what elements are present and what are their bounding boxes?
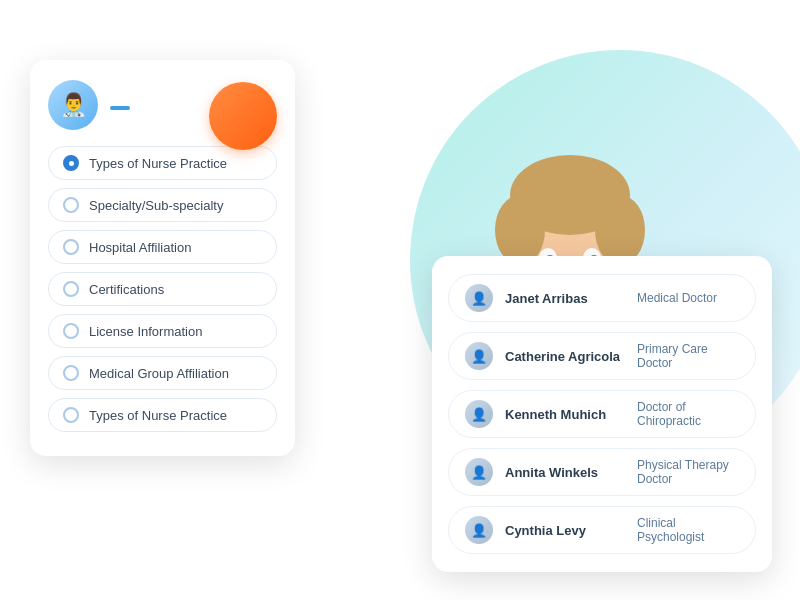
filter-label-license: License Information — [89, 324, 202, 339]
filter-item-hospital[interactable]: Hospital Affiliation — [48, 230, 277, 264]
filter-item-types-nurse-2[interactable]: Types of Nurse Practice — [48, 398, 277, 432]
filter-radio-certifications[interactable] — [63, 281, 79, 297]
result-item-3[interactable]: 👤Annita WinkelsPhysical Therapy Doctor — [448, 448, 756, 496]
filter-label-hospital: Hospital Affiliation — [89, 240, 191, 255]
filter-item-specialty[interactable]: Specialty/Sub-specialty — [48, 188, 277, 222]
filter-item-types-nurse[interactable]: Types of Nurse Practice — [48, 146, 277, 180]
result-avatar-1: 👤 — [465, 342, 493, 370]
result-name-1: Catherine Agricola — [505, 349, 625, 364]
result-item-1[interactable]: 👤Catherine AgricolaPrimary Care Doctor — [448, 332, 756, 380]
result-item-4[interactable]: 👤Cynthia LevyClinical Psychologist — [448, 506, 756, 554]
result-role-3: Physical Therapy Doctor — [637, 458, 739, 486]
result-list: 👤Janet ArribasMedical Doctor👤Catherine A… — [448, 274, 756, 554]
result-item-2[interactable]: 👤Kenneth MuhichDoctor of Chiropractic — [448, 390, 756, 438]
result-avatar-4: 👤 — [465, 516, 493, 544]
result-name-0: Janet Arribas — [505, 291, 625, 306]
card-header-text — [110, 96, 130, 114]
result-name-4: Cynthia Levy — [505, 523, 625, 538]
card-subtitle — [110, 106, 130, 110]
filter-radio-medical-group[interactable] — [63, 365, 79, 381]
result-role-1: Primary Care Doctor — [637, 342, 739, 370]
result-role-4: Clinical Psychologist — [637, 516, 739, 544]
avatar-circle: 👨‍⚕️ — [48, 80, 98, 130]
filter-list: Types of Nurse PracticeSpecialty/Sub-spe… — [48, 146, 277, 432]
left-card: 👨‍⚕️ Types of Nurse PracticeSpecialty/Su… — [30, 60, 295, 456]
result-avatar-3: 👤 — [465, 458, 493, 486]
filter-item-certifications[interactable]: Certifications — [48, 272, 277, 306]
result-role-0: Medical Doctor — [637, 291, 717, 305]
doctor-icon: 👨‍⚕️ — [60, 92, 87, 118]
filter-radio-types-nurse-2[interactable] — [63, 407, 79, 423]
filter-label-types-nurse: Types of Nurse Practice — [89, 156, 227, 171]
filter-radio-types-nurse[interactable] — [63, 155, 79, 171]
result-role-2: Doctor of Chiropractic — [637, 400, 739, 428]
result-avatar-2: 👤 — [465, 400, 493, 428]
result-name-3: Annita Winkels — [505, 465, 625, 480]
filter-item-license[interactable]: License Information — [48, 314, 277, 348]
records-badge — [209, 82, 277, 150]
filter-label-specialty: Specialty/Sub-specialty — [89, 198, 223, 213]
svg-point-7 — [595, 195, 645, 265]
filter-radio-specialty[interactable] — [63, 197, 79, 213]
result-name-2: Kenneth Muhich — [505, 407, 625, 422]
result-item-0[interactable]: 👤Janet ArribasMedical Doctor — [448, 274, 756, 322]
right-card: 👤Janet ArribasMedical Doctor👤Catherine A… — [432, 256, 772, 572]
filter-radio-license[interactable] — [63, 323, 79, 339]
filter-label-medical-group: Medical Group Affiliation — [89, 366, 229, 381]
filter-item-medical-group[interactable]: Medical Group Affiliation — [48, 356, 277, 390]
svg-point-6 — [495, 195, 545, 265]
filter-radio-hospital[interactable] — [63, 239, 79, 255]
filter-label-certifications: Certifications — [89, 282, 164, 297]
result-avatar-0: 👤 — [465, 284, 493, 312]
filter-label-types-nurse-2: Types of Nurse Practice — [89, 408, 227, 423]
